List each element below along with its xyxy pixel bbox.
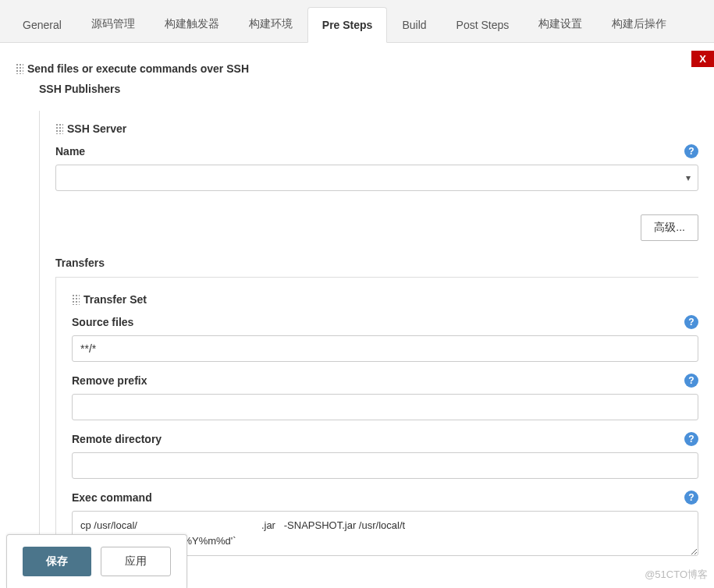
tab-presteps[interactable]: Pre Steps <box>307 7 388 43</box>
remote-directory-input[interactable] <box>72 452 698 479</box>
grip-icon[interactable] <box>72 294 80 305</box>
publishers-label: SSH Publishers <box>16 79 698 107</box>
remove-prefix-label: Remove prefix <box>72 374 147 387</box>
source-files-label: Source files <box>72 316 133 328</box>
watermark-text: @51CTO博客 <box>645 568 708 582</box>
save-button[interactable]: 保存 <box>23 547 91 576</box>
apply-button[interactable]: 应用 <box>101 547 171 576</box>
transfer-set-block: Transfer Set Source files ? Remove prefi… <box>55 277 698 558</box>
help-icon[interactable]: ? <box>684 144 698 158</box>
config-tabs: General 源码管理 构建触发器 构建环境 Pre Steps Build … <box>0 0 714 43</box>
name-label: Name <box>55 145 85 158</box>
transfer-set-heading-text: Transfer Set <box>83 293 147 306</box>
step-title: Send files or execute commands over SSH <box>16 55 698 79</box>
ssh-server-heading: SSH Server <box>55 122 698 135</box>
tab-scm[interactable]: 源码管理 <box>76 5 150 42</box>
transfers-heading: Transfers <box>55 257 698 269</box>
help-icon[interactable]: ? <box>684 315 698 329</box>
ssh-server-block: SSH Server Name ? 高级... Transfers <box>39 111 698 558</box>
tab-postbuild[interactable]: 构建后操作 <box>597 5 681 42</box>
tab-triggers[interactable]: 构建触发器 <box>150 5 234 42</box>
config-content: X Send files or execute commands over SS… <box>0 43 714 558</box>
tab-build[interactable]: Build <box>387 7 441 42</box>
remote-directory-label: Remote directory <box>72 433 162 445</box>
ssh-server-heading-text: SSH Server <box>67 122 126 135</box>
help-icon[interactable]: ? <box>684 374 698 388</box>
save-bar: 保存 应用 <box>6 534 187 588</box>
step-title-text: Send files or execute commands over SSH <box>27 62 249 75</box>
tab-general[interactable]: General <box>8 7 76 42</box>
advanced-button[interactable]: 高级... <box>641 214 698 241</box>
transfer-set-heading: Transfer Set <box>72 293 698 306</box>
grip-icon[interactable] <box>16 63 23 74</box>
delete-step-button[interactable]: X <box>691 51 714 67</box>
help-icon[interactable]: ? <box>684 491 698 505</box>
tab-env[interactable]: 构建环境 <box>234 5 307 42</box>
tab-buildsettings[interactable]: 构建设置 <box>524 5 597 42</box>
source-files-input[interactable] <box>72 335 698 362</box>
tab-poststeps[interactable]: Post Steps <box>442 7 524 42</box>
remove-prefix-input[interactable] <box>72 394 698 420</box>
grip-icon[interactable] <box>55 123 63 134</box>
ssh-server-name-select[interactable] <box>55 165 698 191</box>
help-icon[interactable]: ? <box>684 432 698 446</box>
exec-command-label: Exec command <box>72 491 152 504</box>
